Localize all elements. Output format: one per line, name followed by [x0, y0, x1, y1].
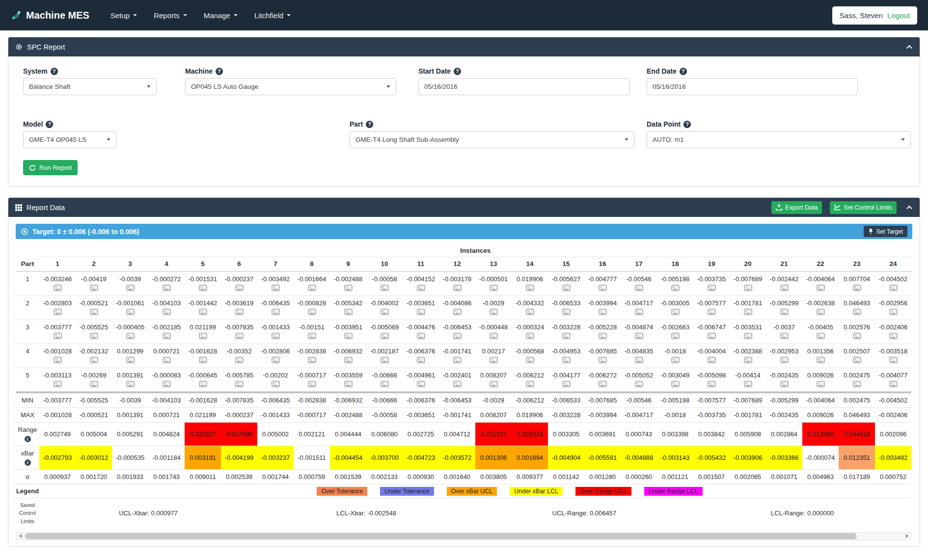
nav-item-manage[interactable]: Manage	[195, 0, 246, 30]
photo-icon[interactable]	[381, 381, 389, 387]
photo-icon[interactable]	[490, 381, 498, 387]
photo-icon[interactable]	[54, 285, 62, 291]
photo-icon[interactable]	[90, 333, 98, 339]
photo-icon[interactable]	[708, 309, 716, 315]
photo-icon[interactable]	[308, 357, 316, 363]
help-icon[interactable]: ?	[680, 68, 687, 75]
collapse-chevron-icon[interactable]	[906, 44, 913, 50]
photo-icon[interactable]	[199, 357, 207, 363]
photo-icon[interactable]	[853, 309, 861, 315]
info-icon[interactable]: i	[25, 459, 31, 466]
start-date-input[interactable]	[418, 78, 629, 95]
photo-icon[interactable]	[54, 309, 62, 315]
photo-icon[interactable]	[90, 357, 98, 363]
photo-icon[interactable]	[272, 309, 280, 315]
scroll-left-arrow-icon[interactable]	[16, 533, 24, 540]
photo-icon[interactable]	[526, 285, 534, 291]
set-target-button[interactable]: Set Target	[864, 226, 907, 237]
photo-icon[interactable]	[744, 357, 752, 363]
photo-icon[interactable]	[54, 333, 62, 339]
photo-icon[interactable]	[817, 357, 825, 363]
scrollbar-thumb[interactable]	[25, 533, 857, 539]
nav-item-setup[interactable]: Setup	[102, 0, 145, 30]
photo-icon[interactable]	[671, 309, 680, 315]
photo-icon[interactable]	[453, 309, 462, 315]
photo-icon[interactable]	[780, 357, 789, 363]
photo-icon[interactable]	[381, 357, 389, 363]
photo-icon[interactable]	[381, 309, 389, 315]
photo-icon[interactable]	[490, 309, 498, 315]
scroll-right-arrow-icon[interactable]	[903, 533, 911, 540]
photo-icon[interactable]	[453, 333, 462, 339]
photo-icon[interactable]	[90, 381, 98, 387]
help-icon[interactable]: ?	[46, 121, 53, 128]
system-select[interactable]: Balance Shaft	[23, 78, 157, 95]
photo-icon[interactable]	[490, 333, 498, 339]
run-report-button[interactable]: Run Report	[23, 160, 78, 175]
photo-icon[interactable]	[526, 381, 534, 387]
photo-icon[interactable]	[235, 381, 244, 387]
nav-item-litchfield[interactable]: Litchfield	[246, 0, 299, 30]
data-point-select[interactable]: AUTO: m1	[647, 131, 911, 148]
model-select[interactable]: GME-T4 OP045 LS	[23, 131, 116, 148]
photo-icon[interactable]	[90, 285, 98, 291]
photo-icon[interactable]	[526, 357, 534, 363]
photo-icon[interactable]	[853, 285, 861, 291]
photo-icon[interactable]	[272, 381, 280, 387]
photo-icon[interactable]	[490, 285, 498, 291]
photo-icon[interactable]	[272, 357, 280, 363]
photo-icon[interactable]	[199, 285, 207, 291]
photo-icon[interactable]	[126, 333, 135, 339]
photo-icon[interactable]	[526, 309, 534, 315]
logout-link[interactable]: Logout	[887, 11, 910, 20]
photo-icon[interactable]	[708, 285, 716, 291]
photo-icon[interactable]	[671, 285, 680, 291]
photo-icon[interactable]	[889, 309, 898, 315]
photo-icon[interactable]	[272, 285, 280, 291]
photo-icon[interactable]	[199, 333, 207, 339]
photo-icon[interactable]	[453, 381, 462, 387]
photo-icon[interactable]	[453, 285, 462, 291]
photo-icon[interactable]	[635, 381, 643, 387]
photo-icon[interactable]	[562, 357, 571, 363]
photo-icon[interactable]	[308, 285, 316, 291]
photo-icon[interactable]	[272, 333, 280, 339]
user-menu[interactable]: Sass, Steven Logout	[832, 6, 917, 25]
nav-item-reports[interactable]: Reports	[145, 0, 195, 30]
collapse-chevron-icon[interactable]	[906, 205, 913, 210]
photo-icon[interactable]	[199, 381, 207, 387]
photo-icon[interactable]	[708, 333, 716, 339]
photo-icon[interactable]	[889, 285, 898, 291]
photo-icon[interactable]	[126, 357, 135, 363]
photo-icon[interactable]	[817, 285, 825, 291]
help-icon[interactable]: ?	[454, 68, 461, 75]
photo-icon[interactable]	[635, 357, 643, 363]
photo-icon[interactable]	[708, 381, 716, 387]
photo-icon[interactable]	[744, 333, 752, 339]
photo-icon[interactable]	[381, 333, 389, 339]
export-data-button[interactable]: Export Data	[771, 201, 822, 214]
photo-icon[interactable]	[163, 285, 171, 291]
photo-icon[interactable]	[163, 309, 171, 315]
photo-icon[interactable]	[235, 285, 244, 291]
photo-icon[interactable]	[599, 381, 607, 387]
photo-icon[interactable]	[235, 309, 244, 315]
photo-icon[interactable]	[163, 357, 171, 363]
app-brand[interactable]: Machine MES	[11, 10, 89, 21]
help-icon[interactable]: ?	[51, 68, 58, 75]
photo-icon[interactable]	[381, 285, 389, 291]
photo-icon[interactable]	[671, 357, 680, 363]
photo-icon[interactable]	[526, 333, 534, 339]
set-control-limits-button[interactable]: Set Control Limits	[830, 201, 897, 214]
photo-icon[interactable]	[417, 357, 425, 363]
photo-icon[interactable]	[126, 285, 135, 291]
photo-icon[interactable]	[744, 285, 752, 291]
photo-icon[interactable]	[599, 285, 607, 291]
photo-icon[interactable]	[308, 381, 316, 387]
photo-icon[interactable]	[235, 357, 244, 363]
photo-icon[interactable]	[889, 357, 898, 363]
photo-icon[interactable]	[453, 357, 462, 363]
photo-icon[interactable]	[744, 381, 752, 387]
help-icon[interactable]: ?	[366, 121, 373, 128]
photo-icon[interactable]	[744, 309, 752, 315]
